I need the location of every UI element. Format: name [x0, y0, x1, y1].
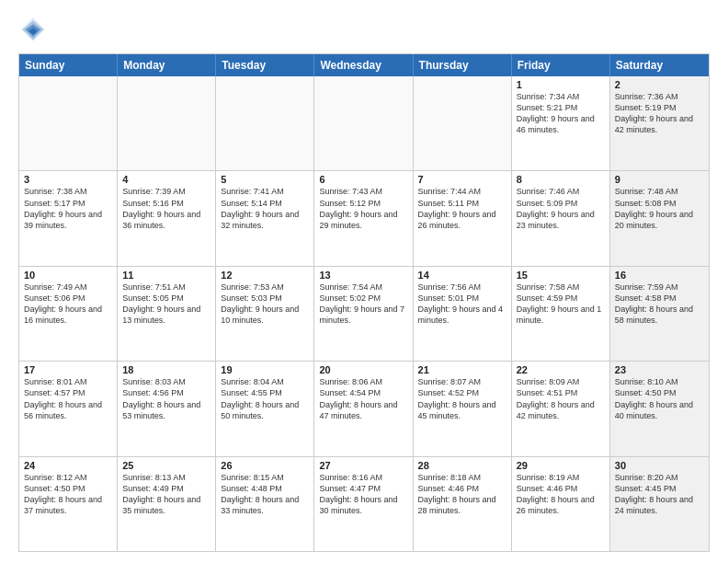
day-number: 23 — [615, 364, 704, 375]
day-cell-8: 8Sunrise: 7:46 AM Sunset: 5:09 PM Daylig… — [512, 171, 610, 265]
day-info: Sunrise: 8:09 AM Sunset: 4:51 PM Dayligh… — [517, 376, 605, 421]
day-cell-29: 29Sunrise: 8:19 AM Sunset: 4:46 PM Dayli… — [512, 457, 610, 551]
day-cell-26: 26Sunrise: 8:15 AM Sunset: 4:48 PM Dayli… — [216, 457, 314, 551]
day-cell-10: 10Sunrise: 7:49 AM Sunset: 5:06 PM Dayli… — [19, 267, 118, 361]
day-number: 3 — [24, 174, 112, 185]
calendar-body: 1Sunrise: 7:34 AM Sunset: 5:21 PM Daylig… — [19, 76, 709, 551]
day-info: Sunrise: 7:54 AM Sunset: 5:02 PM Dayligh… — [319, 282, 407, 327]
header-day-friday: Friday — [512, 54, 610, 76]
day-number: 9 — [615, 174, 704, 185]
day-number: 13 — [319, 270, 407, 281]
empty-cell-0-4 — [414, 76, 512, 170]
day-cell-13: 13Sunrise: 7:54 AM Sunset: 5:02 PM Dayli… — [314, 267, 413, 361]
day-number: 28 — [418, 460, 506, 471]
day-info: Sunrise: 8:03 AM Sunset: 4:56 PM Dayligh… — [122, 376, 210, 421]
calendar-header: SundayMondayTuesdayWednesdayThursdayFrid… — [19, 54, 709, 76]
day-cell-28: 28Sunrise: 8:18 AM Sunset: 4:46 PM Dayli… — [414, 457, 512, 551]
day-cell-9: 9Sunrise: 7:48 AM Sunset: 5:08 PM Daylig… — [610, 171, 709, 265]
day-info: Sunrise: 8:18 AM Sunset: 4:46 PM Dayligh… — [418, 472, 506, 517]
day-cell-24: 24Sunrise: 8:12 AM Sunset: 4:50 PM Dayli… — [19, 457, 118, 551]
calendar-row-2: 10Sunrise: 7:49 AM Sunset: 5:06 PM Dayli… — [19, 267, 709, 362]
day-cell-2: 2Sunrise: 7:36 AM Sunset: 5:19 PM Daylig… — [610, 76, 709, 170]
day-cell-30: 30Sunrise: 8:20 AM Sunset: 4:45 PM Dayli… — [610, 457, 709, 551]
header-day-wednesday: Wednesday — [314, 54, 413, 76]
day-number: 24 — [24, 460, 112, 471]
day-cell-12: 12Sunrise: 7:53 AM Sunset: 5:03 PM Dayli… — [216, 267, 314, 361]
header-day-saturday: Saturday — [610, 54, 709, 76]
day-number: 26 — [221, 460, 309, 471]
day-cell-7: 7Sunrise: 7:44 AM Sunset: 5:11 PM Daylig… — [414, 171, 512, 265]
header-day-monday: Monday — [118, 54, 216, 76]
day-cell-19: 19Sunrise: 8:04 AM Sunset: 4:55 PM Dayli… — [216, 362, 314, 455]
day-info: Sunrise: 8:19 AM Sunset: 4:46 PM Dayligh… — [517, 472, 605, 517]
day-info: Sunrise: 8:12 AM Sunset: 4:50 PM Dayligh… — [24, 472, 112, 517]
day-info: Sunrise: 8:01 AM Sunset: 4:57 PM Dayligh… — [24, 376, 112, 421]
header — [18, 15, 710, 44]
day-cell-15: 15Sunrise: 7:58 AM Sunset: 4:59 PM Dayli… — [512, 267, 610, 361]
day-number: 8 — [517, 174, 605, 185]
empty-cell-0-2 — [216, 76, 314, 170]
day-info: Sunrise: 7:38 AM Sunset: 5:17 PM Dayligh… — [24, 186, 112, 231]
calendar: SundayMondayTuesdayWednesdayThursdayFrid… — [18, 53, 710, 552]
day-cell-20: 20Sunrise: 8:06 AM Sunset: 4:54 PM Dayli… — [314, 362, 413, 455]
day-info: Sunrise: 7:56 AM Sunset: 5:01 PM Dayligh… — [418, 282, 506, 327]
day-info: Sunrise: 8:13 AM Sunset: 4:49 PM Dayligh… — [122, 472, 210, 517]
day-number: 27 — [319, 460, 407, 471]
day-cell-4: 4Sunrise: 7:39 AM Sunset: 5:16 PM Daylig… — [118, 171, 216, 265]
day-number: 1 — [517, 79, 605, 90]
calendar-row-0: 1Sunrise: 7:34 AM Sunset: 5:21 PM Daylig… — [19, 76, 709, 171]
page: SundayMondayTuesdayWednesdayThursdayFrid… — [0, 0, 728, 563]
day-info: Sunrise: 8:10 AM Sunset: 4:50 PM Dayligh… — [615, 376, 704, 421]
day-info: Sunrise: 7:48 AM Sunset: 5:08 PM Dayligh… — [615, 186, 704, 231]
day-number: 14 — [418, 270, 506, 281]
day-info: Sunrise: 7:36 AM Sunset: 5:19 PM Dayligh… — [615, 91, 704, 136]
empty-cell-0-1 — [118, 76, 216, 170]
day-cell-16: 16Sunrise: 7:59 AM Sunset: 4:58 PM Dayli… — [610, 267, 709, 361]
day-info: Sunrise: 7:59 AM Sunset: 4:58 PM Dayligh… — [615, 282, 704, 327]
day-number: 6 — [319, 174, 407, 185]
day-number: 30 — [615, 460, 704, 471]
header-day-tuesday: Tuesday — [216, 54, 314, 76]
calendar-row-4: 24Sunrise: 8:12 AM Sunset: 4:50 PM Dayli… — [19, 457, 709, 551]
day-info: Sunrise: 7:41 AM Sunset: 5:14 PM Dayligh… — [221, 186, 309, 231]
day-cell-6: 6Sunrise: 7:43 AM Sunset: 5:12 PM Daylig… — [314, 171, 413, 265]
day-number: 21 — [418, 364, 506, 375]
day-number: 5 — [221, 174, 309, 185]
day-info: Sunrise: 8:04 AM Sunset: 4:55 PM Dayligh… — [221, 376, 309, 421]
day-cell-23: 23Sunrise: 8:10 AM Sunset: 4:50 PM Dayli… — [610, 362, 709, 455]
day-number: 2 — [615, 79, 704, 90]
header-day-sunday: Sunday — [19, 54, 118, 76]
day-info: Sunrise: 8:15 AM Sunset: 4:48 PM Dayligh… — [221, 472, 309, 517]
day-number: 16 — [615, 270, 704, 281]
day-info: Sunrise: 7:53 AM Sunset: 5:03 PM Dayligh… — [221, 282, 309, 327]
day-cell-22: 22Sunrise: 8:09 AM Sunset: 4:51 PM Dayli… — [512, 362, 610, 455]
day-info: Sunrise: 7:46 AM Sunset: 5:09 PM Dayligh… — [517, 186, 605, 231]
day-cell-5: 5Sunrise: 7:41 AM Sunset: 5:14 PM Daylig… — [216, 171, 314, 265]
header-day-thursday: Thursday — [414, 54, 512, 76]
day-cell-21: 21Sunrise: 8:07 AM Sunset: 4:52 PM Dayli… — [414, 362, 512, 455]
day-info: Sunrise: 7:58 AM Sunset: 4:59 PM Dayligh… — [517, 282, 605, 327]
calendar-row-3: 17Sunrise: 8:01 AM Sunset: 4:57 PM Dayli… — [19, 362, 709, 456]
day-number: 12 — [221, 270, 309, 281]
day-info: Sunrise: 8:16 AM Sunset: 4:47 PM Dayligh… — [319, 472, 407, 517]
calendar-row-1: 3Sunrise: 7:38 AM Sunset: 5:17 PM Daylig… — [19, 171, 709, 266]
day-info: Sunrise: 8:06 AM Sunset: 4:54 PM Dayligh… — [319, 376, 407, 421]
day-info: Sunrise: 7:44 AM Sunset: 5:11 PM Dayligh… — [418, 186, 506, 231]
day-number: 7 — [418, 174, 506, 185]
day-info: Sunrise: 7:43 AM Sunset: 5:12 PM Dayligh… — [319, 186, 407, 231]
day-cell-11: 11Sunrise: 7:51 AM Sunset: 5:05 PM Dayli… — [118, 267, 216, 361]
day-number: 20 — [319, 364, 407, 375]
day-number: 29 — [517, 460, 605, 471]
empty-cell-0-3 — [314, 76, 413, 170]
day-number: 25 — [122, 460, 210, 471]
day-number: 18 — [122, 364, 210, 375]
day-info: Sunrise: 7:39 AM Sunset: 5:16 PM Dayligh… — [122, 186, 210, 231]
day-number: 17 — [24, 364, 112, 375]
empty-cell-0-0 — [19, 76, 118, 170]
day-info: Sunrise: 7:34 AM Sunset: 5:21 PM Dayligh… — [517, 91, 605, 136]
day-number: 11 — [122, 270, 210, 281]
day-cell-1: 1Sunrise: 7:34 AM Sunset: 5:21 PM Daylig… — [512, 76, 610, 170]
day-info: Sunrise: 8:07 AM Sunset: 4:52 PM Dayligh… — [418, 376, 506, 421]
day-number: 4 — [122, 174, 210, 185]
day-cell-27: 27Sunrise: 8:16 AM Sunset: 4:47 PM Dayli… — [314, 457, 413, 551]
